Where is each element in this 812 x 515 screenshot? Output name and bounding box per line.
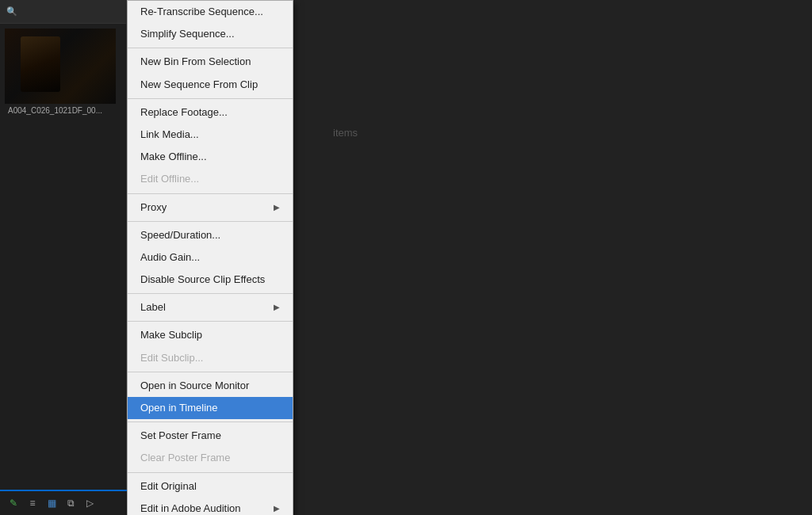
menu-item-audio-gain[interactable]: Audio Gain... [128,246,293,269]
clip-thumbnail[interactable] [5,29,116,104]
grid-icon[interactable]: ▦ [44,496,59,510]
menu-item-label: Make Offline... [140,150,207,164]
menu-item-replace-footage[interactable]: Replace Footage... [128,101,293,124]
menu-item-label: Proxy [140,200,167,215]
menu-item-edit-original[interactable]: Edit Original [128,475,293,498]
menu-item-make-subclip[interactable]: Make Subclip [128,324,293,346]
menu-item-label: Edit Offline... [140,172,199,186]
menu-item-open-source[interactable]: Open in Source Monitor [128,375,293,397]
menu-item-label: New Bin From Selection [140,55,251,69]
menu-item-label: Edit Subclip... [140,351,204,365]
list-icon[interactable]: ≡ [25,496,40,510]
menu-item-label: Open in Source Monitor [140,379,249,393]
menu-item-clear-poster: Clear Poster Frame [128,447,293,469]
play-icon[interactable]: ▷ [82,496,97,510]
thumbnail-area: A004_C026_1021DF_00... [0,24,126,122]
menu-separator [128,372,293,372]
search-icon: 🔍 [6,6,17,17]
menu-item-link-media[interactable]: Link Media... [128,124,293,146]
menu-item-re-transcribe[interactable]: Re-Transcribe Sequence... [128,1,293,23]
menu-separator [128,48,293,48]
menu-item-label: Re-Transcribe Sequence... [140,5,263,19]
menu-item-new-bin[interactable]: New Bin From Selection [128,51,293,73]
menu-item-edit-audition[interactable]: Edit in Adobe Audition▶ [128,498,293,515]
menu-item-label: Link Media... [140,128,199,142]
menu-item-label: Label [140,300,166,315]
items-count: items [333,127,358,139]
menu-item-label: Set Poster Frame [140,429,221,443]
menu-item-label[interactable]: Label▶ [128,296,293,319]
menu-item-label: Edit in Adobe Audition [140,502,241,515]
menu-item-set-poster[interactable]: Set Poster Frame [128,425,293,447]
pen-icon[interactable]: ✎ [6,496,21,510]
menu-item-disable-source[interactable]: Disable Source Clip Effects [128,269,293,291]
menu-item-label: Speed/Duration... [140,228,220,242]
clip-name: A004_C026_1021DF_00... [5,104,121,117]
menu-item-label: Replace Footage... [140,105,228,120]
app-background: 🔍 A004_C026_1021DF_00... items Re-Transc… [0,0,812,515]
panel-icon[interactable]: ⧉ [63,496,78,510]
menu-item-new-sequence[interactable]: New Sequence From Clip [128,74,293,96]
menu-item-proxy[interactable]: Proxy▶ [128,196,293,219]
menu-separator [128,422,293,422]
context-menu: Re-Transcribe Sequence...Simplify Sequen… [127,0,293,515]
submenu-arrow-icon: ▶ [274,202,280,213]
menu-separator [128,472,293,473]
menu-item-speed-duration[interactable]: Speed/Duration... [128,224,293,246]
menu-item-open-timeline[interactable]: Open in Timeline [128,397,293,419]
menu-item-label: Edit Original [140,479,197,494]
menu-item-edit-subclip: Edit Subclip... [128,347,293,369]
menu-separator [128,98,293,99]
menu-item-label: Clear Poster Frame [140,451,230,465]
menu-item-label: Audio Gain... [140,250,200,265]
menu-item-label: Simplify Sequence... [140,27,235,41]
menu-item-label: Make Subclip [140,328,202,342]
submenu-arrow-icon: ▶ [274,503,280,514]
menu-separator [128,221,293,222]
menu-item-make-offline[interactable]: Make Offline... [128,146,293,168]
menu-separator [128,293,293,294]
menu-separator [128,321,293,322]
submenu-arrow-icon: ▶ [274,302,280,313]
left-panel: 🔍 A004_C026_1021DF_00... [0,0,127,515]
menu-item-label: Open in Timeline [140,401,218,415]
menu-item-edit-offline: Edit Offline... [128,168,293,190]
menu-item-simplify-sequence[interactable]: Simplify Sequence... [128,23,293,45]
menu-item-label: New Sequence From Clip [140,78,258,92]
search-bar: 🔍 [0,0,126,24]
menu-item-label: Disable Source Clip Effects [140,273,265,287]
menu-separator [128,193,293,194]
